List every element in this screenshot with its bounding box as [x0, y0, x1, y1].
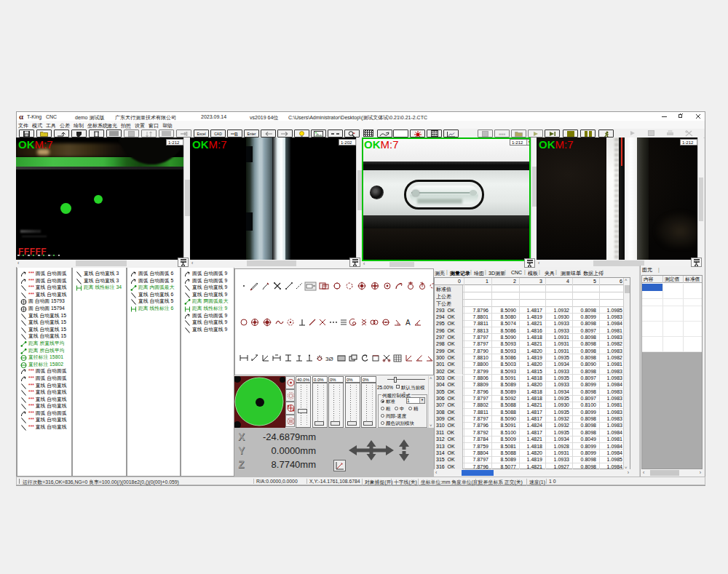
svg-text:3Ø: 3Ø [325, 356, 333, 362]
svg-text:A: A [405, 319, 411, 327]
svg-text:B: B [234, 132, 238, 137]
